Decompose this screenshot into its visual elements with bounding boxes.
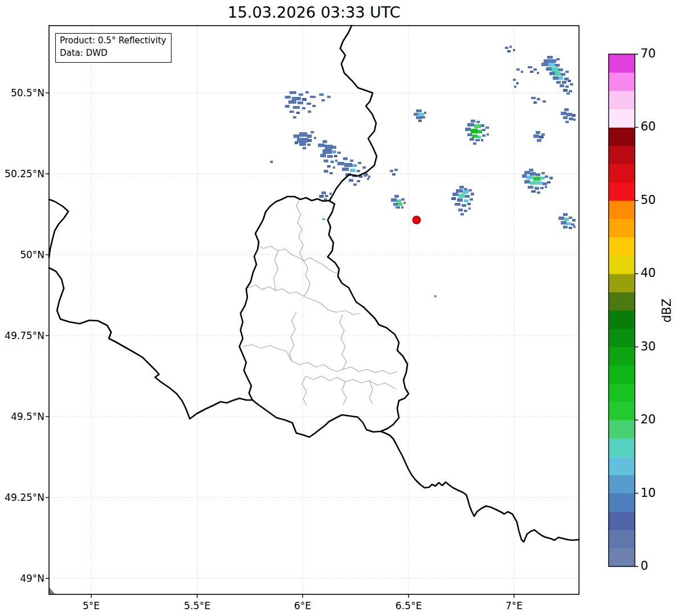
- radar-echo-cell: [537, 181, 543, 185]
- radar-echo-cell: [331, 161, 334, 163]
- radar-echo-cell: [292, 97, 301, 100]
- colorbar-step: [609, 329, 635, 348]
- colorbar-tick-label: 40: [641, 266, 656, 280]
- radar-echo-cell: [342, 168, 349, 171]
- radar-echo-cell: [530, 181, 537, 185]
- colorbar: [609, 54, 638, 567]
- radar-echo-cell: [547, 181, 551, 183]
- radar-echo-cell: [295, 141, 298, 144]
- radar-echo-cell: [471, 120, 475, 123]
- radar-echo-cell: [507, 50, 511, 52]
- radar-echo-cell: [319, 93, 324, 96]
- radar-echo-cell: [544, 59, 551, 63]
- radar-echo-cell: [321, 99, 325, 101]
- radar-echo-cell: [540, 177, 545, 180]
- colorbar-step: [609, 493, 635, 512]
- x-tick-label: 5°E: [66, 600, 117, 611]
- colorbar-step: [609, 347, 635, 366]
- radar-echo-cell: [528, 66, 532, 68]
- colorbar-step: [609, 109, 635, 128]
- colorbar-step: [609, 530, 635, 549]
- radar-echo-cell: [539, 136, 544, 138]
- radar-echo-cell: [462, 204, 466, 207]
- radar-echo-cell: [562, 81, 566, 84]
- radar-echo-cell: [333, 166, 335, 169]
- colorbar-tick-label: 60: [641, 120, 656, 133]
- radar-echo-cell: [543, 182, 547, 185]
- radar-echo-cell: [460, 213, 464, 215]
- radar-echo-cell: [353, 183, 357, 186]
- colorbar-step: [609, 292, 635, 311]
- radar-echo-cell: [394, 195, 399, 198]
- colorbar-step: [609, 127, 635, 146]
- annotation-box: Product: 0.5° Reflectivity Data: DWD: [55, 33, 172, 63]
- radar-echo-cell: [537, 139, 541, 142]
- radar-echo-cell: [368, 176, 370, 178]
- radar-echo-cell: [555, 64, 560, 67]
- radar-echo-cell: [337, 162, 344, 165]
- radar-echo-cell: [569, 227, 572, 229]
- radar-echo-cell: [285, 105, 290, 108]
- radar-echo-cell: [367, 178, 369, 180]
- radar-echo-cell: [545, 186, 547, 188]
- radar-echo-cell: [350, 169, 356, 172]
- radar-echo-cell: [319, 195, 324, 198]
- y-tick-label: 50.5°N: [0, 87, 44, 99]
- colorbar-step: [609, 201, 635, 219]
- radar-echo-cell: [533, 134, 539, 138]
- y-tick-label: 49°N: [0, 573, 44, 584]
- radar-echo-cell: [390, 170, 393, 172]
- radar-echo-cell: [486, 127, 489, 129]
- radar-echo-cell: [422, 116, 425, 119]
- radar-echo-cell: [573, 226, 576, 228]
- radar-echo-cell: [572, 114, 576, 117]
- radar-echo-cell: [329, 172, 333, 174]
- colorbar-tick-label: 0: [641, 559, 648, 573]
- colorbar-step: [609, 54, 635, 73]
- radar-echo-cell: [303, 147, 306, 149]
- radar-echo-cell: [297, 101, 303, 104]
- radar-echo-cell: [323, 218, 325, 220]
- radar-echo-cell: [467, 123, 474, 127]
- radar-echo-cell: [458, 194, 465, 198]
- radar-echo-cell: [474, 124, 481, 128]
- radar-echo-cell: [305, 91, 309, 93]
- radar-echo-cell: [546, 67, 552, 71]
- radar-echo-cell: [327, 155, 333, 158]
- radar-echo-cell: [563, 89, 568, 92]
- radar-echo-cell: [290, 111, 294, 113]
- annotation-data-line: Data: DWD: [60, 47, 166, 60]
- colorbar-step: [609, 72, 635, 91]
- radar-echo-cell: [401, 198, 405, 201]
- radar-echo-cell: [561, 221, 566, 225]
- colorbar-step: [609, 255, 635, 274]
- y-tick-label: 49.75°N: [0, 330, 44, 341]
- radar-echo-cell: [270, 161, 273, 163]
- radar-echo-cell: [471, 193, 474, 195]
- radar-echo-cell: [470, 138, 474, 141]
- radar-echo-cell: [451, 197, 456, 200]
- radar-echo-cell: [465, 195, 470, 198]
- radar-echo-cell: [321, 191, 326, 194]
- radar-echo-cell: [478, 136, 481, 138]
- radar-echo-cell: [478, 130, 482, 133]
- radar-echo-cell: [465, 128, 471, 131]
- radar-echo-cell: [513, 79, 516, 81]
- radar-echo-cell: [391, 198, 397, 202]
- radar-echo-cell: [285, 96, 291, 99]
- radar-echo-cell: [362, 166, 366, 169]
- radar-echo-cell: [329, 193, 332, 195]
- colorbar-tick-label: 50: [641, 193, 656, 207]
- radar-echo-cell: [323, 149, 332, 154]
- radar-echo-cell: [563, 213, 568, 216]
- radar-echo-cell: [569, 217, 572, 219]
- radar-echo-cell: [464, 188, 467, 190]
- radar-echo-cell: [565, 121, 569, 123]
- radar-echo-cell: [558, 68, 563, 71]
- radar-echo-cell: [530, 172, 536, 176]
- radar-echo-cell: [569, 117, 573, 120]
- radar-echo-cell: [558, 217, 564, 220]
- radar-echo-cell: [310, 96, 316, 98]
- radar-echo-cell: [566, 222, 571, 225]
- radar-echo-cell: [533, 177, 540, 181]
